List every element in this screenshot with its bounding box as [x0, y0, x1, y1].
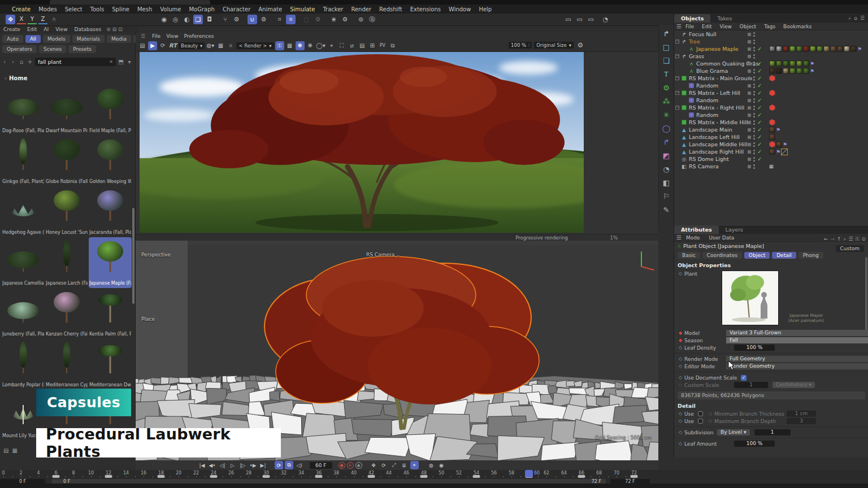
material-tag[interactable] [769, 127, 775, 133]
material-tag[interactable] [783, 46, 789, 52]
plant-preview-image[interactable]: Japanese Maple (Acer palmatum) [722, 271, 779, 325]
attr-gear-icon[interactable]: ⊙ [861, 236, 866, 242]
timeline-keymark[interactable] [263, 475, 270, 478]
text-object-icon[interactable]: T [661, 67, 672, 81]
redshift-tag-icon[interactable] [769, 90, 775, 96]
add-image-icon[interactable]: ⊞ [368, 41, 377, 50]
layer-toggle[interactable] [748, 99, 751, 102]
copy-icon[interactable]: ⧉ [388, 41, 397, 50]
object-row-rs-dome-light[interactable]: ◎RS Dome Light✓ [674, 155, 868, 163]
spline-icon[interactable]: □ [661, 40, 672, 54]
interactive-render-icon[interactable]: ◐ [182, 15, 192, 24]
attr-search-icon[interactable]: ⌕ [843, 236, 846, 242]
custom-button[interactable]: Custom [836, 245, 864, 252]
hierarchy-settings-icon[interactable]: ⚙ [232, 15, 241, 24]
loop-mode-icon[interactable]: ⟳ [275, 461, 283, 469]
layer-toggle[interactable] [748, 91, 751, 95]
object-row-rs-matrix-right-hill[interactable]: −RS Matrix - Right Hill✓ [674, 104, 868, 111]
enable-check-icon[interactable]: ✓ [757, 156, 763, 162]
object-row-random[interactable]: ⁘Random✓ [674, 82, 868, 89]
visibility-dots[interactable] [753, 98, 755, 103]
capsule-user-icon[interactable]: ◔ [601, 15, 610, 24]
object-row-landscape-middle-hill[interactable]: ▲Landscape Middle Hill✓⚑ [674, 141, 868, 148]
back-icon[interactable]: ‹ [1, 59, 8, 65]
home-icon[interactable]: ⌂ [18, 59, 25, 65]
preview-range-icon[interactable]: ⧉ [285, 461, 293, 469]
menu-item-ai[interactable]: AI [40, 27, 52, 32]
menu-item-file[interactable]: File [149, 33, 163, 39]
object-name[interactable]: RS Matrix - Main Ground [689, 75, 752, 81]
layer-toggle[interactable] [748, 62, 751, 66]
menu-item-modes[interactable]: Modes [34, 6, 60, 12]
protection-tag-icon[interactable]: ⊞ [769, 164, 774, 169]
layer-toggle[interactable] [748, 128, 751, 132]
plant-thumbnail[interactable]: Japanese Maple (Fall, ... [89, 237, 132, 288]
dropdown-icon[interactable]: ▾ [126, 59, 133, 65]
plant-thumbnail[interactable]: Globe Robinia (Fall, Pl... [45, 136, 88, 186]
enable-check-icon[interactable]: ✓ [757, 97, 763, 103]
object-row-rs-matrix-middle-hill[interactable]: RS Matrix - Middle Hill✓ [674, 119, 868, 126]
model-dropdown[interactable]: Variant 3 Full-Grown [726, 330, 868, 336]
forward-icon[interactable]: › [10, 59, 16, 65]
object-name[interactable]: Blue Grama [696, 68, 728, 74]
expander-icon[interactable]: − [675, 54, 679, 58]
menu-item-character[interactable]: Character [219, 6, 254, 12]
attr-tab-detail[interactable]: Detail [772, 252, 796, 259]
material-tag[interactable] [830, 46, 836, 52]
object-name[interactable]: Landscape Left Hill [689, 134, 740, 140]
current-frame-field[interactable]: 60 F [310, 462, 332, 469]
layer-toggle[interactable] [748, 40, 751, 43]
om-home-icon[interactable]: ⌂ [854, 15, 857, 21]
visibility-dots[interactable] [753, 84, 755, 88]
object-name[interactable]: RS Camera [689, 163, 719, 169]
menu-item-simulate[interactable]: Simulate [286, 6, 319, 12]
attr-lock-icon[interactable]: ⚿ [856, 236, 860, 242]
visibility-dots[interactable] [753, 32, 755, 37]
object-row-random[interactable]: ⁘Random✓ [674, 111, 868, 119]
material-tag[interactable] [783, 60, 789, 67]
timeline-keymark[interactable] [420, 475, 428, 478]
browser-tab-presets[interactable]: Presets [68, 45, 96, 53]
browser-tab-media[interactable]: Media [107, 35, 131, 43]
snapshot-icon[interactable]: ❋ [296, 41, 305, 50]
timeline-keymark[interactable] [631, 475, 638, 478]
browser-tab-auto[interactable]: Auto [2, 35, 23, 43]
film-icon[interactable]: ▤ [138, 41, 147, 50]
enable-check-icon[interactable]: ✓ [757, 119, 763, 125]
layout-new-icon[interactable]: ▭ [586, 15, 596, 24]
enable-check-icon[interactable]: ✓ [757, 134, 763, 140]
redshift-tag-icon[interactable] [769, 104, 775, 111]
menu-item-tags[interactable]: Tags [760, 24, 779, 29]
object-row-landscape-right-hill[interactable]: ▲Landscape Right Hill✓⚑ [674, 148, 868, 155]
use-max-checkbox[interactable] [698, 419, 703, 424]
plant-thumbnail[interactable]: Kanzan Cherry (Fall, Pl... [45, 288, 88, 339]
enable-check-icon[interactable]: ✓ [757, 82, 763, 89]
play-icon[interactable]: ▷ [228, 461, 237, 469]
object-name[interactable]: RS Dome Light [689, 156, 729, 162]
material-tag[interactable] [837, 46, 843, 52]
visibility-dots[interactable] [753, 69, 755, 73]
browser-tab-operators[interactable]: Operators [2, 45, 37, 53]
prev-frame-icon[interactable]: ◁| [218, 461, 227, 469]
object-name[interactable]: Random [696, 97, 718, 103]
object-name[interactable]: RS Matrix - Right Hill [689, 104, 744, 111]
menu-item-mesh[interactable]: Mesh [133, 6, 156, 12]
material-tag[interactable] [789, 68, 796, 74]
view-label[interactable]: Perspective [141, 252, 171, 258]
expander-icon[interactable]: − [675, 91, 679, 95]
object-row-tree[interactable]: −↱Tree [674, 38, 868, 45]
min-branch-field[interactable]: 1 cm [787, 411, 816, 417]
material-tag[interactable] [789, 60, 796, 67]
object-row-focus-null[interactable]: ↱Focus Null [674, 30, 868, 38]
autokey-icon[interactable]: A [347, 462, 354, 469]
menu-item-view[interactable]: View [163, 33, 181, 39]
layer-toggle[interactable] [748, 165, 751, 168]
browser-tab-all[interactable]: All [25, 35, 41, 43]
deformer-icon[interactable]: ◩ [661, 149, 672, 162]
layer-toggle[interactable] [748, 158, 751, 161]
timeline-keymark[interactable] [53, 475, 60, 478]
object-name[interactable]: Japanese Maple [696, 46, 739, 52]
visibility-dots[interactable] [753, 128, 755, 132]
plant-thumbnail[interactable]: Honey Locust 'Sunbur... [45, 186, 88, 237]
material-tag[interactable] [769, 68, 775, 74]
